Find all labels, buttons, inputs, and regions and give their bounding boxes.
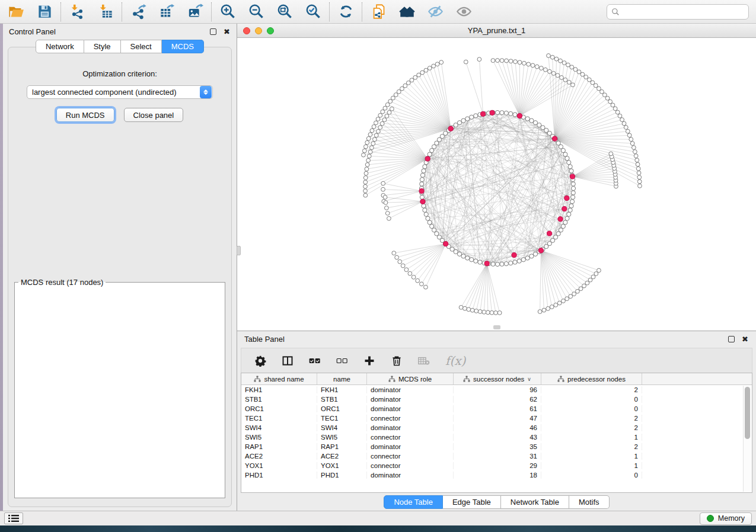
cell-mcds-role[interactable]: dominator — [367, 386, 454, 393]
table-row[interactable]: FKH1 FKH1 dominator 96 2 — [241, 385, 743, 395]
cell-predecessor-nodes[interactable]: 0 — [541, 405, 642, 412]
cell-predecessor-nodes[interactable]: 1 — [541, 462, 642, 469]
cell-shared-name[interactable]: YOX1 — [241, 462, 317, 469]
network-graph[interactable] — [237, 38, 752, 331]
cell-shared-name[interactable]: RAP1 — [241, 443, 317, 450]
tab-node-table[interactable]: Node Table — [384, 495, 443, 509]
cell-successor-nodes[interactable]: 61 — [454, 405, 541, 412]
horizontal-splitter-handle[interactable] — [493, 325, 500, 329]
tab-motifs[interactable]: Motifs — [569, 495, 610, 509]
show-all-button[interactable] — [455, 3, 473, 21]
cell-shared-name[interactable]: STB1 — [241, 396, 317, 403]
column-header-mcds-role[interactable]: MCDS role — [367, 373, 454, 384]
table-scrollbar-thumb[interactable] — [745, 387, 750, 439]
new-network-from-selection-button[interactable] — [369, 3, 387, 21]
zoom-fit-button[interactable] — [276, 3, 294, 21]
float-panel-icon[interactable] — [209, 28, 217, 36]
close-panel-button[interactable]: Close panel — [124, 108, 184, 122]
import-table-button[interactable] — [97, 3, 114, 21]
table-row[interactable]: SWI4 SWI4 dominator 46 2 — [241, 423, 743, 432]
cell-successor-nodes[interactable]: 35 — [454, 443, 541, 450]
cell-successor-nodes[interactable]: 62 — [454, 396, 541, 403]
cell-mcds-role[interactable]: connector — [367, 434, 454, 441]
table-row[interactable]: STB1 STB1 dominator 62 0 — [241, 395, 743, 404]
cell-predecessor-nodes[interactable]: 0 — [541, 472, 642, 479]
cell-predecessor-nodes[interactable]: 2 — [541, 443, 642, 450]
cell-predecessor-nodes[interactable]: 1 — [541, 434, 642, 441]
cell-mcds-role[interactable]: dominator — [367, 424, 454, 431]
cell-name[interactable]: STB1 — [317, 396, 367, 403]
cell-successor-nodes[interactable]: 96 — [454, 386, 541, 393]
optimization-criterion-select[interactable]: largest connected component (undirected) — [27, 85, 213, 99]
run-mcds-button[interactable]: Run MCDS — [56, 108, 114, 122]
tab-network-table[interactable]: Network Table — [501, 495, 569, 509]
column-header-name[interactable]: name — [317, 373, 367, 384]
cell-name[interactable]: ACE2 — [317, 453, 367, 460]
tab-style[interactable]: Style — [84, 40, 121, 53]
cell-predecessor-nodes[interactable]: 1 — [541, 453, 642, 460]
table-row[interactable]: PHD1 PHD1 dominator 18 0 — [241, 470, 743, 480]
cell-shared-name[interactable]: FKH1 — [241, 386, 317, 393]
cell-predecessor-nodes[interactable]: 2 — [541, 415, 642, 422]
log-console-button[interactable] — [4, 512, 23, 524]
table-row[interactable]: ACE2 ACE2 connector 31 1 — [241, 451, 743, 461]
tab-mcds[interactable]: MCDS — [162, 40, 204, 53]
cell-mcds-role[interactable]: connector — [367, 462, 454, 469]
save-session-button[interactable] — [36, 3, 53, 21]
open-session-button[interactable] — [7, 3, 25, 21]
table-row[interactable]: YOX1 YOX1 connector 29 1 — [241, 461, 743, 470]
function-builder-button[interactable]: f(x) — [445, 354, 465, 368]
cell-predecessor-nodes[interactable]: 2 — [541, 386, 642, 393]
add-column-button[interactable] — [363, 355, 375, 367]
cell-shared-name[interactable]: ORC1 — [241, 405, 317, 412]
apply-layout-button[interactable] — [337, 3, 355, 21]
cell-name[interactable]: YOX1 — [317, 462, 367, 469]
deselect-all-rows-button[interactable] — [336, 355, 348, 367]
column-header-predecessor-nodes[interactable]: predecessor nodes — [541, 373, 642, 384]
network-search-box[interactable] — [607, 4, 749, 20]
table-row[interactable]: TEC1 TEC1 connector 47 2 — [241, 414, 743, 423]
cell-mcds-role[interactable]: dominator — [367, 443, 454, 450]
zoom-out-button[interactable] — [247, 3, 265, 21]
memory-button[interactable]: Memory — [700, 512, 752, 525]
vertical-splitter-handle[interactable] — [237, 246, 241, 255]
cell-successor-nodes[interactable]: 29 — [454, 462, 541, 469]
select-all-rows-button[interactable] — [309, 355, 321, 367]
search-input[interactable] — [623, 7, 744, 16]
cell-successor-nodes[interactable]: 43 — [454, 434, 541, 441]
cell-shared-name[interactable]: ACE2 — [241, 453, 317, 460]
table-row[interactable]: SWI5 SWI5 connector 43 1 — [241, 432, 743, 442]
cell-name[interactable]: SWI4 — [317, 424, 367, 431]
cell-name[interactable]: RAP1 — [317, 443, 367, 450]
cell-name[interactable]: ORC1 — [317, 405, 367, 412]
table-scrollbar[interactable] — [743, 386, 751, 492]
zoom-in-button[interactable] — [219, 3, 237, 21]
tab-network[interactable]: Network — [36, 40, 84, 53]
cell-mcds-role[interactable]: dominator — [367, 472, 454, 479]
cell-shared-name[interactable]: SWI5 — [241, 434, 317, 441]
export-network-button[interactable] — [129, 3, 147, 21]
cell-successor-nodes[interactable]: 18 — [454, 472, 541, 479]
cell-mcds-role[interactable]: dominator — [367, 405, 454, 412]
close-panel-icon[interactable]: ✖ — [223, 28, 231, 36]
tab-select[interactable]: Select — [121, 40, 162, 53]
cell-mcds-role[interactable]: dominator — [367, 396, 454, 403]
column-header-shared-name[interactable]: shared name — [241, 373, 317, 384]
column-header-successor-nodes[interactable]: successor nodes ∨ — [454, 373, 541, 384]
delete-column-button[interactable] — [391, 355, 403, 367]
float-table-panel-icon[interactable] — [728, 335, 735, 343]
import-network-button[interactable] — [68, 3, 86, 21]
show-columns-button[interactable] — [282, 355, 294, 367]
export-table-button[interactable] — [158, 3, 176, 21]
cell-shared-name[interactable]: TEC1 — [241, 415, 317, 422]
export-image-button[interactable] — [186, 3, 204, 21]
cell-name[interactable]: PHD1 — [317, 472, 367, 479]
delete-table-button[interactable] — [418, 355, 430, 367]
cell-predecessor-nodes[interactable]: 0 — [541, 396, 642, 403]
table-row[interactable]: RAP1 RAP1 dominator 35 2 — [241, 442, 743, 451]
cell-name[interactable]: TEC1 — [317, 415, 367, 422]
network-canvas[interactable] — [237, 38, 756, 331]
cell-name[interactable]: FKH1 — [317, 386, 367, 393]
hide-selected-button[interactable] — [426, 3, 444, 21]
cell-name[interactable]: SWI5 — [317, 434, 367, 441]
